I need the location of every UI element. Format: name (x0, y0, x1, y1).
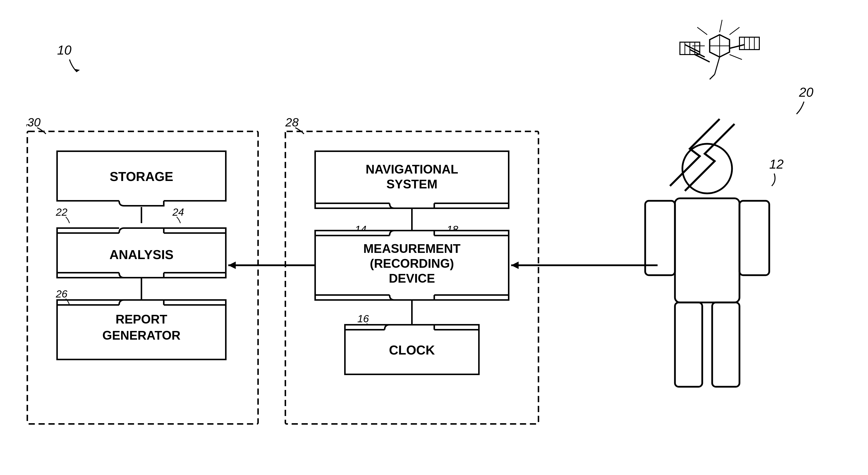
svg-rect-53 (315, 151, 509, 208)
svg-text:CLOCK: CLOCK (389, 343, 435, 357)
svg-rect-83 (675, 302, 702, 387)
svg-rect-80 (675, 198, 740, 302)
svg-rect-32 (119, 196, 164, 206)
svg-text:SYSTEM: SYSTEM (386, 177, 437, 191)
svg-line-19 (697, 27, 707, 35)
svg-rect-40 (119, 223, 164, 233)
svg-text:⌐: ⌐ (26, 121, 30, 128)
svg-rect-47 (57, 300, 226, 360)
svg-rect-27 (285, 131, 538, 424)
svg-marker-9 (710, 35, 730, 57)
svg-text:20: 20 (799, 85, 813, 99)
svg-line-23 (730, 55, 742, 60)
svg-line-18 (710, 74, 715, 79)
svg-line-20 (720, 20, 722, 32)
svg-text:10: 10 (57, 43, 71, 57)
svg-rect-82 (740, 201, 769, 275)
svg-marker-76 (228, 262, 236, 269)
svg-text:NAVIGATIONAL: NAVIGATIONAL (366, 162, 458, 176)
svg-rect-31 (57, 151, 226, 201)
svg-text:(RECORDING): (RECORDING) (370, 257, 454, 270)
svg-text:STORAGE: STORAGE (110, 169, 173, 184)
diagram-svg: 10 (0, 0, 868, 475)
svg-rect-39 (57, 228, 226, 278)
svg-rect-13 (740, 37, 759, 49)
svg-text:24: 24 (172, 206, 184, 218)
svg-rect-61 (315, 231, 509, 300)
svg-text:MEASUREMENT: MEASUREMENT (363, 242, 461, 256)
svg-line-17 (715, 57, 720, 74)
svg-text:28: 28 (285, 116, 299, 129)
svg-text:18: 18 (447, 224, 458, 235)
svg-text:26: 26 (56, 288, 67, 300)
svg-line-3 (685, 45, 700, 52)
svg-rect-26 (27, 131, 258, 424)
svg-text:ANALYSIS: ANALYSIS (110, 247, 174, 262)
svg-rect-84 (712, 302, 740, 387)
svg-text:22: 22 (56, 206, 67, 218)
svg-line-12 (730, 45, 744, 48)
svg-text:DEVICE: DEVICE (389, 271, 435, 285)
svg-text:16: 16 (357, 313, 369, 325)
svg-rect-71 (345, 325, 479, 374)
svg-text:REPORT: REPORT (116, 312, 167, 326)
svg-text:GENERATOR: GENERATOR (102, 329, 181, 342)
svg-marker-78 (511, 262, 519, 269)
svg-text:12: 12 (769, 157, 784, 171)
svg-line-2 (690, 49, 705, 57)
svg-rect-81 (645, 201, 675, 275)
svg-marker-1 (74, 69, 80, 72)
svg-point-79 (682, 144, 732, 193)
svg-text:30: 30 (27, 116, 41, 129)
svg-line-21 (730, 27, 740, 35)
svg-rect-5 (680, 42, 700, 55)
svg-line-4 (695, 55, 710, 62)
diagram-container: 10 (0, 0, 868, 475)
svg-text:14: 14 (355, 224, 367, 235)
